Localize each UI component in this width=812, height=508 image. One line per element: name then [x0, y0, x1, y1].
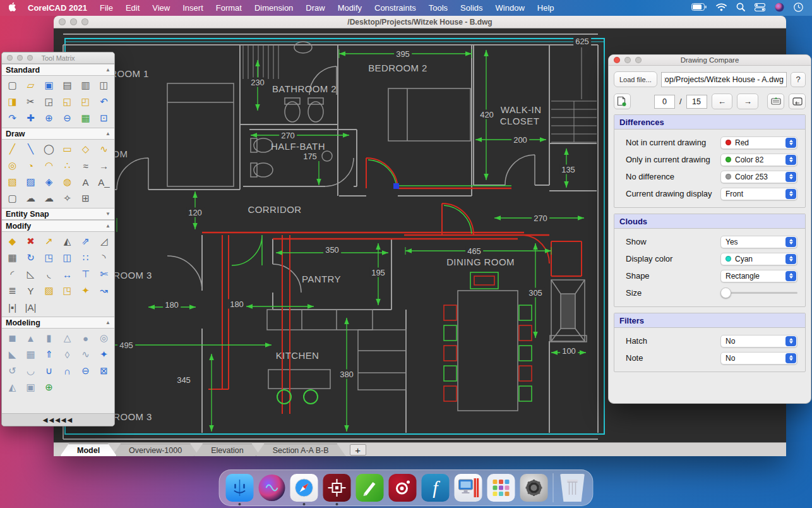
edit-hatch-tool-icon[interactable]: ▨: [40, 282, 58, 299]
mirror-tool-icon[interactable]: ◭: [58, 233, 76, 250]
hatch-tool-icon[interactable]: ▨: [21, 174, 40, 190]
menu-dimension[interactable]: Dimension: [254, 3, 293, 13]
add-sheet-button[interactable]: +: [350, 444, 366, 456]
sheet-tab-section-a-a-b-b[interactable]: Section A-A B-B: [256, 444, 346, 456]
note-dropdown[interactable]: No: [720, 352, 797, 365]
shape-dropdown[interactable]: Rectangle: [720, 270, 797, 282]
drawing-compare-title-bar[interactable]: Drawing Compare: [609, 55, 811, 66]
split-tool-icon[interactable]: Y: [21, 282, 40, 299]
section-header-modify[interactable]: Modify▲: [2, 220, 114, 232]
undo-tool-icon[interactable]: ↶: [95, 94, 113, 110]
siri-icon[interactable]: [775, 3, 784, 14]
new-drawing-tool-icon[interactable]: ▢: [3, 77, 21, 94]
cylinder-tool-icon[interactable]: ▮: [40, 330, 58, 346]
menu-edit[interactable]: Edit: [126, 3, 140, 13]
mesh-tool-icon[interactable]: ▦: [21, 346, 40, 363]
power-erase-tool-icon[interactable]: ✖: [21, 233, 40, 250]
polyline-tool-icon[interactable]: ╲: [21, 141, 40, 157]
circle-tool-icon[interactable]: ◯: [40, 141, 58, 157]
pan-tool-icon[interactable]: ✚: [21, 110, 40, 126]
menu-file[interactable]: File: [100, 3, 113, 13]
toggle-compare-button[interactable]: [614, 94, 631, 109]
ray-tool-icon[interactable]: →: [95, 157, 113, 174]
help-button[interactable]: ?: [791, 72, 806, 87]
paste-selected-tool-icon[interactable]: ◰: [76, 94, 95, 110]
stretch-tool-icon[interactable]: ≣: [3, 282, 21, 299]
arc-tool-icon[interactable]: ◠: [40, 157, 58, 174]
hatch-dropdown[interactable]: No: [720, 335, 797, 348]
redo-tool-icon[interactable]: ↷: [3, 110, 21, 126]
edit-grips-tool-icon[interactable]: ✦: [76, 282, 95, 299]
align-tool-icon[interactable]: |A|: [21, 299, 40, 315]
total-differences-field[interactable]: [686, 95, 707, 109]
app-menu[interactable]: CorelCAD 2021: [28, 3, 87, 13]
pyramid-tool-icon[interactable]: △: [58, 330, 76, 346]
open-tool-icon[interactable]: ▱: [21, 77, 40, 94]
blend-curve-tool-icon[interactable]: ◟: [40, 266, 58, 282]
intersect-tool-icon[interactable]: ∩: [58, 363, 76, 379]
copy-offset-tool-icon[interactable]: ⇗: [76, 233, 95, 250]
paste-tool-icon[interactable]: ◱: [58, 94, 76, 110]
edit-path-tool-icon[interactable]: ↝: [95, 282, 113, 299]
convert-tool-icon[interactable]: ⊠: [95, 363, 113, 379]
dock-siri-icon[interactable]: [259, 475, 285, 501]
copy-tool-icon[interactable]: ◲: [40, 94, 58, 110]
display-color-dropdown[interactable]: Cyan: [720, 253, 797, 265]
section-header-modeling[interactable]: Modeling▲: [2, 317, 114, 329]
spline-tool-icon[interactable]: ∿: [95, 141, 113, 157]
battery-icon[interactable]: [691, 3, 707, 13]
save-tool-icon[interactable]: ▣: [40, 77, 58, 94]
bend-tool-icon[interactable]: ◿: [95, 233, 113, 250]
cloud-ellipse-tool-icon[interactable]: ☁: [21, 190, 40, 207]
dock-f-app-icon[interactable]: f: [422, 474, 450, 502]
sheet-tab-overview-1000[interactable]: Overview-1000: [112, 444, 199, 456]
elliptical-arc-tool-icon[interactable]: ◔: [21, 157, 40, 174]
zoom-previous-tool-icon[interactable]: ⊖: [58, 110, 76, 126]
not-in-current-drawing-dropdown[interactable]: Red: [720, 136, 797, 149]
rotate-tool-icon[interactable]: ↻: [21, 250, 40, 266]
menu-window[interactable]: Window: [496, 3, 525, 13]
rectangle-tool-icon[interactable]: ▭: [58, 141, 76, 157]
no-difference-dropdown[interactable]: Color 253: [720, 171, 797, 183]
menu-view[interactable]: View: [152, 3, 170, 13]
find-replace-tool-icon[interactable]: ⊡: [95, 110, 113, 126]
load-file-button[interactable]: Load file...: [614, 71, 657, 87]
dock-aftershot-icon[interactable]: [389, 474, 417, 502]
cut-tool-icon[interactable]: ✂: [21, 94, 40, 110]
fillet-tool-icon[interactable]: ◝: [95, 250, 113, 266]
join-tool-icon[interactable]: ↔: [58, 266, 76, 282]
only-in-current-drawing-dropdown[interactable]: Color 82: [720, 154, 797, 166]
restore-view-button[interactable]: [789, 94, 806, 109]
wedge-tool-icon[interactable]: ◣: [3, 346, 21, 363]
sweep-tool-icon[interactable]: ∿: [76, 346, 95, 363]
ellipse-tool-icon[interactable]: ◎: [3, 157, 21, 174]
tool-matrix-collapse-arrows[interactable]: ◀◀◀◀◀: [2, 413, 114, 426]
sheet-tab-elevation[interactable]: Elevation: [194, 444, 260, 456]
menu-modify[interactable]: Modify: [338, 3, 362, 13]
flatten-tool-icon[interactable]: |▪|: [3, 299, 21, 315]
plot-tool-icon[interactable]: ◨: [3, 94, 21, 110]
explode-tool-icon[interactable]: ▣: [21, 379, 40, 396]
menu-draw[interactable]: Draw: [306, 3, 325, 13]
move-tool-icon[interactable]: ↗: [40, 233, 58, 250]
print-tool-icon[interactable]: ▤: [58, 77, 76, 94]
freehand-tool-icon[interactable]: ≈: [76, 157, 95, 174]
dock-launchpad-icon[interactable]: [487, 474, 515, 502]
apple-menu[interactable]: [9, 3, 18, 13]
export-comparison-button[interactable]: [767, 94, 784, 109]
dock-finder-icon[interactable]: [226, 474, 254, 502]
cloud-freeform-tool-icon[interactable]: ☁: [40, 190, 58, 207]
cone-tool-icon[interactable]: ▲: [21, 330, 40, 346]
current-drawing-display-dropdown[interactable]: Front: [720, 188, 797, 200]
section-header-entity-snap[interactable]: Entity Snap▼: [2, 208, 114, 220]
array-tool-icon[interactable]: ∷: [76, 250, 95, 266]
compare-file-path-field[interactable]: [661, 72, 787, 87]
menu-format[interactable]: Format: [216, 3, 242, 13]
boundary-tool-icon[interactable]: ▧: [3, 174, 21, 190]
selection-grip[interactable]: [393, 183, 399, 189]
text-tool-icon[interactable]: A: [76, 174, 95, 190]
ring-tool-icon[interactable]: ◍: [58, 174, 76, 190]
slice-tool-icon[interactable]: ◭: [3, 379, 21, 396]
trim-tool-icon[interactable]: ⊤: [76, 266, 95, 282]
extrude-tool-icon[interactable]: ⇑: [40, 346, 58, 363]
